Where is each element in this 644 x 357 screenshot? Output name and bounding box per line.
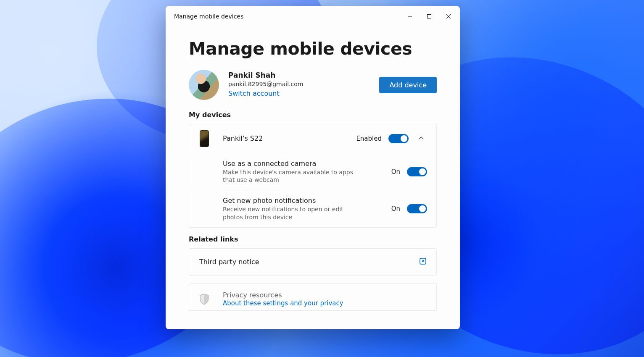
- third-party-card[interactable]: Third party notice: [189, 248, 437, 276]
- related-links-heading: Related links: [189, 235, 437, 243]
- camera-state-label: On: [391, 168, 400, 176]
- content-area: Manage mobile devices Pankil Shah pankil…: [166, 27, 460, 329]
- camera-setting-desc: Make this device's camera available to a…: [223, 168, 353, 184]
- my-devices-heading: My devices: [189, 111, 437, 119]
- close-button[interactable]: [439, 9, 458, 24]
- titlebar: Manage mobile devices: [166, 6, 460, 27]
- privacy-title: Privacy resources: [223, 291, 343, 300]
- third-party-notice-link: Third party notice: [199, 257, 259, 267]
- device-header-row[interactable]: Pankil's S22 Enabled: [189, 124, 436, 153]
- account-row: Pankil Shah pankil.82995@gmail.com Switc…: [189, 70, 437, 100]
- maximize-button[interactable]: [420, 9, 439, 24]
- minimize-button[interactable]: [400, 9, 420, 24]
- collapse-button[interactable]: [415, 135, 427, 143]
- switch-account-link[interactable]: Switch account: [228, 89, 303, 99]
- avatar: [189, 70, 219, 100]
- close-icon: [446, 14, 451, 19]
- privacy-card[interactable]: Privacy resources About these settings a…: [189, 284, 437, 311]
- chevron-up-icon: [418, 135, 424, 141]
- account-text: Pankil Shah pankil.82995@gmail.com Switc…: [228, 71, 303, 99]
- device-name: Pankil's S22: [223, 134, 263, 143]
- account-name: Pankil Shah: [228, 71, 303, 80]
- page-title: Manage mobile devices: [189, 39, 437, 59]
- minimize-icon: [407, 14, 412, 19]
- window-title: Manage mobile devices: [174, 13, 243, 20]
- photo-notif-toggle[interactable]: [407, 204, 427, 213]
- manage-devices-window: Manage mobile devices Manage mobile devi…: [166, 6, 460, 329]
- device-card: Pankil's S22 Enabled Use as a connected …: [189, 124, 437, 228]
- photo-notif-desc: Receive new notifications to open or edi…: [223, 205, 353, 221]
- external-link-icon: [419, 257, 427, 267]
- device-enabled-toggle[interactable]: [388, 134, 409, 143]
- camera-setting-row: Use as a connected camera Make this devi…: [189, 153, 436, 190]
- camera-toggle[interactable]: [407, 167, 427, 176]
- device-enabled-label: Enabled: [356, 135, 382, 142]
- privacy-link[interactable]: About these settings and your privacy: [223, 299, 343, 307]
- camera-setting-title: Use as a connected camera: [223, 159, 353, 168]
- photo-notif-title: Get new photo notifications: [223, 196, 353, 205]
- photo-notif-row: Get new photo notifications Receive new …: [189, 190, 436, 227]
- phone-icon: [199, 130, 209, 147]
- add-device-button[interactable]: Add device: [379, 77, 437, 93]
- account-email: pankil.82995@gmail.com: [228, 80, 303, 88]
- svg-rect-0: [428, 15, 431, 18]
- photo-notif-state-label: On: [391, 205, 400, 213]
- maximize-icon: [427, 14, 432, 19]
- shield-icon: [199, 293, 209, 305]
